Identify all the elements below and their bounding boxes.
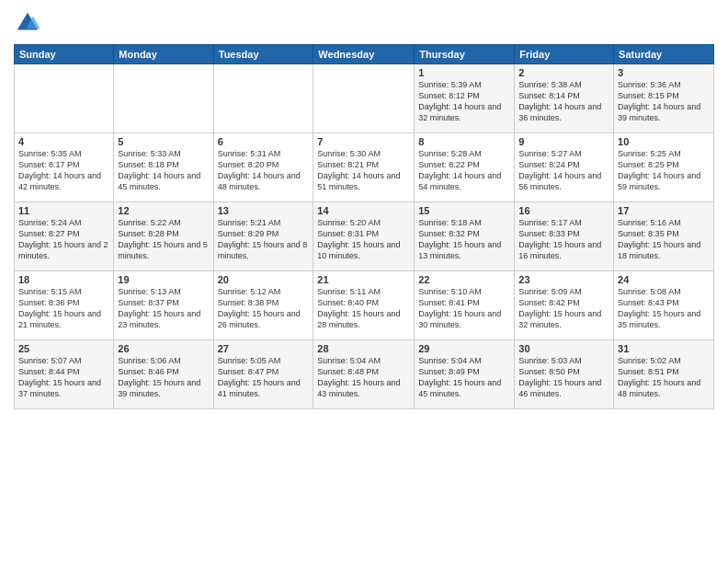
calendar-week-4: 18Sunrise: 5:15 AM Sunset: 8:36 PM Dayli… xyxy=(15,271,714,340)
calendar-header-monday: Monday xyxy=(114,45,213,64)
calendar-cell: 3Sunrise: 5:36 AM Sunset: 8:15 PM Daylig… xyxy=(614,64,714,133)
calendar-cell: 11Sunrise: 5:24 AM Sunset: 8:27 PM Dayli… xyxy=(15,202,114,271)
day-info: Sunrise: 5:35 AM Sunset: 8:17 PM Dayligh… xyxy=(18,148,109,193)
page: SundayMondayTuesdayWednesdayThursdayFrid… xyxy=(0,0,728,563)
calendar-cell: 29Sunrise: 5:04 AM Sunset: 8:49 PM Dayli… xyxy=(415,340,515,409)
day-number: 21 xyxy=(317,274,410,285)
day-number: 24 xyxy=(618,274,710,285)
day-number: 4 xyxy=(18,136,109,147)
day-info: Sunrise: 5:30 AM Sunset: 8:21 PM Dayligh… xyxy=(317,148,410,193)
day-number: 31 xyxy=(618,343,710,354)
calendar-cell: 1Sunrise: 5:39 AM Sunset: 8:12 PM Daylig… xyxy=(415,64,515,133)
calendar-cell: 13Sunrise: 5:21 AM Sunset: 8:29 PM Dayli… xyxy=(213,202,313,271)
calendar-cell: 17Sunrise: 5:16 AM Sunset: 8:35 PM Dayli… xyxy=(614,202,714,271)
calendar-header-tuesday: Tuesday xyxy=(213,45,313,64)
day-number: 6 xyxy=(218,136,310,147)
calendar-header-row: SundayMondayTuesdayWednesdayThursdayFrid… xyxy=(15,45,714,64)
calendar-cell: 24Sunrise: 5:08 AM Sunset: 8:43 PM Dayli… xyxy=(614,271,714,340)
calendar-week-1: 1Sunrise: 5:39 AM Sunset: 8:12 PM Daylig… xyxy=(15,64,714,133)
calendar-cell xyxy=(213,64,313,133)
day-info: Sunrise: 5:10 AM Sunset: 8:41 PM Dayligh… xyxy=(418,286,510,331)
day-info: Sunrise: 5:13 AM Sunset: 8:37 PM Dayligh… xyxy=(118,286,209,331)
day-info: Sunrise: 5:38 AM Sunset: 8:14 PM Dayligh… xyxy=(518,79,609,124)
calendar-cell: 7Sunrise: 5:30 AM Sunset: 8:21 PM Daylig… xyxy=(313,133,415,202)
calendar-header-wednesday: Wednesday xyxy=(313,45,415,64)
day-info: Sunrise: 5:05 AM Sunset: 8:47 PM Dayligh… xyxy=(218,355,310,400)
day-info: Sunrise: 5:08 AM Sunset: 8:43 PM Dayligh… xyxy=(618,286,710,331)
calendar-cell: 14Sunrise: 5:20 AM Sunset: 8:31 PM Dayli… xyxy=(313,202,415,271)
calendar-header-thursday: Thursday xyxy=(415,45,515,64)
day-number: 5 xyxy=(118,136,209,147)
calendar-cell xyxy=(114,64,213,133)
logo-icon xyxy=(14,9,41,37)
day-info: Sunrise: 5:04 AM Sunset: 8:49 PM Dayligh… xyxy=(418,355,510,400)
day-info: Sunrise: 5:25 AM Sunset: 8:25 PM Dayligh… xyxy=(618,148,710,193)
calendar-cell: 15Sunrise: 5:18 AM Sunset: 8:32 PM Dayli… xyxy=(415,202,515,271)
day-number: 23 xyxy=(518,274,609,285)
day-number: 16 xyxy=(518,205,609,216)
day-info: Sunrise: 5:31 AM Sunset: 8:20 PM Dayligh… xyxy=(218,148,310,193)
header xyxy=(14,9,714,37)
calendar-cell: 28Sunrise: 5:04 AM Sunset: 8:48 PM Dayli… xyxy=(313,340,415,409)
day-number: 11 xyxy=(18,205,109,216)
day-info: Sunrise: 5:18 AM Sunset: 8:32 PM Dayligh… xyxy=(418,217,510,262)
calendar-cell: 26Sunrise: 5:06 AM Sunset: 8:46 PM Dayli… xyxy=(114,340,213,409)
calendar-header-sunday: Sunday xyxy=(15,45,114,64)
calendar-cell: 30Sunrise: 5:03 AM Sunset: 8:50 PM Dayli… xyxy=(515,340,614,409)
calendar-cell: 27Sunrise: 5:05 AM Sunset: 8:47 PM Dayli… xyxy=(213,340,313,409)
logo xyxy=(14,9,43,37)
day-info: Sunrise: 5:20 AM Sunset: 8:31 PM Dayligh… xyxy=(317,217,410,262)
day-number: 3 xyxy=(618,67,710,78)
calendar-cell: 10Sunrise: 5:25 AM Sunset: 8:25 PM Dayli… xyxy=(614,133,714,202)
calendar-week-3: 11Sunrise: 5:24 AM Sunset: 8:27 PM Dayli… xyxy=(15,202,714,271)
day-info: Sunrise: 5:07 AM Sunset: 8:44 PM Dayligh… xyxy=(18,355,109,400)
day-number: 12 xyxy=(118,205,209,216)
calendar-cell: 6Sunrise: 5:31 AM Sunset: 8:20 PM Daylig… xyxy=(213,133,313,202)
calendar-header-saturday: Saturday xyxy=(614,45,714,64)
day-number: 19 xyxy=(118,274,209,285)
calendar-cell: 4Sunrise: 5:35 AM Sunset: 8:17 PM Daylig… xyxy=(15,133,114,202)
day-info: Sunrise: 5:22 AM Sunset: 8:28 PM Dayligh… xyxy=(118,217,209,262)
calendar-cell: 9Sunrise: 5:27 AM Sunset: 8:24 PM Daylig… xyxy=(515,133,614,202)
day-info: Sunrise: 5:15 AM Sunset: 8:36 PM Dayligh… xyxy=(18,286,109,331)
calendar-cell: 12Sunrise: 5:22 AM Sunset: 8:28 PM Dayli… xyxy=(114,202,213,271)
day-number: 20 xyxy=(218,274,310,285)
calendar-week-5: 25Sunrise: 5:07 AM Sunset: 8:44 PM Dayli… xyxy=(15,340,714,409)
calendar-cell: 2Sunrise: 5:38 AM Sunset: 8:14 PM Daylig… xyxy=(515,64,614,133)
day-number: 18 xyxy=(18,274,109,285)
calendar-cell: 19Sunrise: 5:13 AM Sunset: 8:37 PM Dayli… xyxy=(114,271,213,340)
calendar-cell: 20Sunrise: 5:12 AM Sunset: 8:38 PM Dayli… xyxy=(213,271,313,340)
day-info: Sunrise: 5:06 AM Sunset: 8:46 PM Dayligh… xyxy=(118,355,209,400)
day-info: Sunrise: 5:17 AM Sunset: 8:33 PM Dayligh… xyxy=(518,217,609,262)
day-number: 26 xyxy=(118,343,209,354)
day-info: Sunrise: 5:39 AM Sunset: 8:12 PM Dayligh… xyxy=(418,79,510,124)
calendar-cell xyxy=(313,64,415,133)
calendar-cell: 8Sunrise: 5:28 AM Sunset: 8:22 PM Daylig… xyxy=(415,133,515,202)
calendar-cell: 22Sunrise: 5:10 AM Sunset: 8:41 PM Dayli… xyxy=(415,271,515,340)
calendar-header-friday: Friday xyxy=(515,45,614,64)
day-info: Sunrise: 5:09 AM Sunset: 8:42 PM Dayligh… xyxy=(518,286,609,331)
day-number: 27 xyxy=(218,343,310,354)
day-number: 10 xyxy=(618,136,710,147)
day-info: Sunrise: 5:16 AM Sunset: 8:35 PM Dayligh… xyxy=(618,217,710,262)
calendar-cell: 16Sunrise: 5:17 AM Sunset: 8:33 PM Dayli… xyxy=(515,202,614,271)
calendar-cell xyxy=(15,64,114,133)
day-number: 25 xyxy=(18,343,109,354)
calendar-cell: 5Sunrise: 5:33 AM Sunset: 8:18 PM Daylig… xyxy=(114,133,213,202)
calendar-cell: 25Sunrise: 5:07 AM Sunset: 8:44 PM Dayli… xyxy=(15,340,114,409)
day-number: 9 xyxy=(518,136,609,147)
day-info: Sunrise: 5:36 AM Sunset: 8:15 PM Dayligh… xyxy=(618,79,710,124)
day-info: Sunrise: 5:33 AM Sunset: 8:18 PM Dayligh… xyxy=(118,148,209,193)
day-info: Sunrise: 5:24 AM Sunset: 8:27 PM Dayligh… xyxy=(18,217,109,262)
day-info: Sunrise: 5:21 AM Sunset: 8:29 PM Dayligh… xyxy=(218,217,310,262)
day-number: 17 xyxy=(618,205,710,216)
calendar-cell: 31Sunrise: 5:02 AM Sunset: 8:51 PM Dayli… xyxy=(614,340,714,409)
day-number: 22 xyxy=(418,274,510,285)
day-number: 2 xyxy=(518,67,609,78)
calendar-cell: 21Sunrise: 5:11 AM Sunset: 8:40 PM Dayli… xyxy=(313,271,415,340)
day-info: Sunrise: 5:27 AM Sunset: 8:24 PM Dayligh… xyxy=(518,148,609,193)
day-number: 7 xyxy=(317,136,410,147)
day-info: Sunrise: 5:28 AM Sunset: 8:22 PM Dayligh… xyxy=(418,148,510,193)
calendar-cell: 23Sunrise: 5:09 AM Sunset: 8:42 PM Dayli… xyxy=(515,271,614,340)
calendar-cell: 18Sunrise: 5:15 AM Sunset: 8:36 PM Dayli… xyxy=(15,271,114,340)
